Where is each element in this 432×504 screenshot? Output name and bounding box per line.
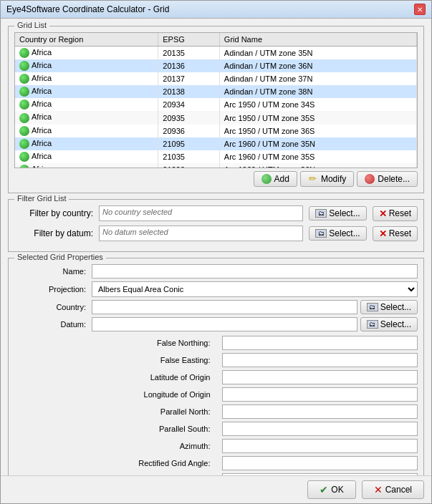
country-dot-icon (19, 165, 29, 168)
lon-origin-input[interactable] (222, 387, 418, 402)
cell-gridname: Adindan / UTM zone 35N (219, 47, 416, 60)
reset-datum-label: Reset (389, 228, 411, 238)
reset-country-label: Reset (389, 208, 411, 218)
country-input[interactable] (92, 300, 357, 314)
false-northing-input[interactable] (222, 336, 418, 350)
projection-row: Albers Equal Area Conic (92, 281, 418, 297)
datum-select-icon: 🗂 (367, 320, 378, 329)
add-button[interactable]: Add (254, 171, 297, 187)
cancel-button[interactable]: ✕ Cancel (362, 480, 424, 499)
scalefactor-input[interactable] (222, 473, 418, 475)
parallel-north-input[interactable] (222, 404, 418, 419)
close-button[interactable]: ✕ (414, 4, 426, 15)
reset-datum-icon: ✕ (379, 228, 387, 239)
table-row[interactable]: Africa 20936 Arc 1950 / UTM zone 36S (15, 125, 417, 137)
select-country-label: Select... (329, 208, 360, 218)
cell-gridname: Arc 1960 / UTM zone 35N (219, 137, 416, 150)
false-easting-label: False Easting: (14, 356, 211, 364)
name-input[interactable] (92, 264, 418, 278)
country-label: Country: (14, 303, 86, 311)
table-row[interactable]: Africa 20935 Arc 1950 / UTM zone 35S (15, 111, 417, 124)
cell-gridname: Adindan / UTM zone 38N (219, 85, 416, 98)
country-dot-icon (19, 48, 29, 58)
table-row[interactable]: Africa 20135 Adindan / UTM zone 35N (15, 47, 417, 60)
filter-datum-value: No datum selected (99, 226, 303, 241)
cell-epsg: 21035 (158, 150, 220, 163)
parallel-north-label: Parallel North: (14, 407, 211, 416)
datum-select-button[interactable]: 🗂 Select... (360, 317, 418, 331)
cell-country: Africa (15, 125, 158, 137)
delete-button[interactable]: Delete... (357, 171, 418, 187)
table-row[interactable]: Africa 20934 Arc 1950 / UTM zone 34S (15, 98, 417, 111)
country-select-button[interactable]: 🗂 Select... (360, 300, 418, 314)
country-dot-icon (19, 74, 29, 84)
cell-country: Africa (15, 98, 158, 111)
parallel-south-label: Parallel South: (14, 425, 211, 433)
azimuth-label: Azimuth: (14, 442, 211, 450)
table-row[interactable]: Africa 20136 Adindan / UTM zone 36N (15, 59, 417, 72)
add-icon (261, 174, 272, 184)
grid-list-group: Grid List Country or Region EPSG Grid Na… (8, 26, 424, 193)
select-datum-icon: 🗂 (315, 229, 327, 238)
cell-epsg: 21095 (158, 137, 220, 150)
modify-label: Modify (321, 174, 346, 184)
lat-origin-input[interactable] (222, 370, 418, 384)
cancel-icon: ✕ (374, 484, 383, 495)
country-dot-icon (19, 126, 29, 136)
country-dot-icon (19, 139, 29, 149)
azimuth-input[interactable] (222, 439, 418, 453)
filter-datum-reset-button[interactable]: ✕ Reset (373, 226, 418, 241)
filter-country-reset-button[interactable]: ✕ Reset (373, 206, 418, 221)
cell-country: Africa (15, 163, 158, 168)
table-row[interactable]: Africa 20137 Adindan / UTM zone 37N (15, 72, 417, 85)
name-label: Name: (14, 267, 86, 276)
country-dot-icon (19, 87, 29, 97)
parallel-south-input[interactable] (222, 422, 418, 436)
cell-gridname: Arc 1960 / UTM zone 36N (219, 163, 416, 168)
col-gridname: Grid Name (219, 33, 416, 47)
cell-epsg: 20138 (158, 85, 220, 98)
projection-label: Projection: (14, 285, 86, 294)
table-row[interactable]: Africa 21095 Arc 1960 / UTM zone 35N (15, 137, 417, 150)
modify-button[interactable]: ✏ Modify (300, 171, 354, 187)
country-dot-icon (19, 61, 29, 71)
false-easting-input[interactable] (222, 353, 418, 367)
projection-select[interactable]: Albers Equal Area Conic (92, 281, 418, 297)
false-northing-label: False Northing: (14, 339, 211, 347)
filter-datum-select-button[interactable]: 🗂 Select... (309, 226, 366, 241)
country-select-label: Select... (380, 302, 411, 312)
delete-icon (365, 174, 375, 184)
cell-country: Africa (15, 150, 158, 163)
country-dot-icon (19, 113, 29, 123)
cell-gridname: Arc 1960 / UTM zone 35S (219, 150, 416, 163)
grid-table-container[interactable]: Country or Region EPSG Grid Name Africa … (14, 32, 418, 168)
ok-button[interactable]: ✔ OK (307, 480, 355, 499)
ok-label: OK (331, 485, 343, 495)
cell-country: Africa (15, 85, 158, 98)
lat-origin-label: Latitude of Origin (14, 373, 211, 382)
main-window: Eye4Software Coordinate Calculator - Gri… (0, 0, 432, 504)
filter-country-label: Filter by country: (14, 208, 93, 218)
grid-buttons: Add ✏ Modify Delete... (14, 171, 418, 187)
filter-country-select-button[interactable]: 🗂 Select... (309, 206, 366, 220)
filter-group: Filter Grid List Filter by country: No c… (8, 199, 424, 252)
cell-gridname: Arc 1950 / UTM zone 34S (219, 98, 416, 111)
delete-label: Delete... (378, 174, 410, 184)
country-dot-icon (19, 100, 29, 110)
properties-label: Selected Grid Properties (14, 253, 106, 261)
table-row[interactable]: Africa 21035 Arc 1960 / UTM zone 35S (15, 150, 417, 163)
reset-country-icon: ✕ (379, 208, 387, 219)
col-epsg: EPSG (158, 33, 220, 47)
main-content: Grid List Country or Region EPSG Grid Na… (1, 19, 431, 475)
table-row[interactable]: Africa 20138 Adindan / UTM zone 38N (15, 85, 417, 98)
filter-label: Filter Grid List (14, 194, 69, 203)
props-grid: Name: Projection: Albers Equal Area Coni… (14, 264, 418, 331)
cell-epsg: 20135 (158, 47, 220, 60)
rect-grid-input[interactable] (222, 456, 418, 470)
datum-input[interactable] (92, 317, 357, 331)
modify-icon: ✏ (308, 174, 318, 184)
add-label: Add (274, 174, 289, 184)
filter-datum-row: Filter by datum: No datum selected 🗂 Sel… (14, 226, 418, 241)
filter-country-row: Filter by country: No country selected 🗂… (14, 205, 418, 221)
table-row[interactable]: Africa 21096 Arc 1960 / UTM zone 36N (15, 163, 417, 168)
